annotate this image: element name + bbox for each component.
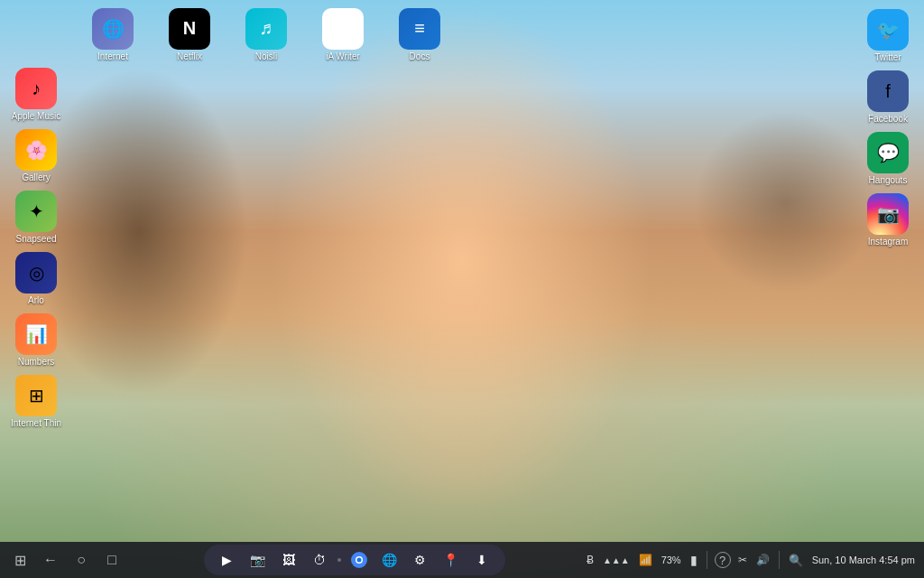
gallery-icon: 🌸 [25,139,48,161]
docs-label: Docs [410,51,430,62]
snapseed-label: Snapseed [15,234,56,245]
timer-btn[interactable]: ⏱ [307,547,332,573]
hangouts-icon: 💬 [877,142,900,163]
netflix-icon: N [183,18,196,39]
twitter-icon: 🐦 [877,19,900,41]
signal-icon[interactable]: 📶 [637,554,654,566]
taskbar-app-dock: ▶📷🖼⏱🌐⚙📍⬇ [204,545,505,575]
right-sidebar: 🐦TwitterfFacebook💬Hangouts📷Instagram [852,0,924,542]
datetime-text: Sun, 10 March 4:54 pm [810,555,917,565]
facebook-icon: f [885,81,891,102]
netflix-label: Netflix [177,51,202,62]
ia-writer-label: iA Writer [326,51,360,62]
apple-music-icon: ♪ [32,79,41,99]
instagram-icon: 📷 [877,203,900,225]
numbers-label: Numbers [18,357,55,368]
chrome-btn[interactable] [346,547,372,573]
taskbar-right: Ƀ▲▲▲📶73%▮?✂🔊🔍Sun, 10 March 4:54 pm [585,551,917,569]
taskbar-back[interactable]: ← [38,547,63,573]
app-icon-gallery[interactable]: 🌸Gallery [5,129,68,183]
app-icon-hangouts[interactable]: 💬Hangouts [856,132,919,186]
noisli-label: Noisli [255,51,277,62]
play-btn[interactable]: ▶ [215,547,240,573]
apple-music-label: Apple Music [12,111,60,122]
left-sidebar: ♪Apple Music🌸Gallery✦Snapseed◎Arlo📊Numbe… [0,0,72,542]
screenshot2-icon[interactable]: ✂ [736,554,749,566]
internet-label: Internet [97,51,128,62]
docs-icon: ≡ [414,18,425,39]
screenshot-btn[interactable]: 🖼 [276,547,301,573]
app-icon-instagram[interactable]: 📷Instagram [856,193,919,247]
top-app-row: 🌐InternetNNetflix♬NoisliiAiA Writer≡Docs [72,0,924,68]
app-icon-twitter[interactable]: 🐦Twitter [856,9,919,63]
app-icon-noisli[interactable]: ♬Noisli [235,8,298,62]
gallery-label: Gallery [22,172,51,183]
taskbar-recent[interactable]: □ [99,547,125,573]
svg-point-2 [356,558,361,563]
taskbar-center: ▶📷🖼⏱🌐⚙📍⬇ [125,545,585,575]
app-icon-arlo[interactable]: ◎Arlo [5,252,68,306]
browser-btn[interactable]: 🌐 [377,547,402,573]
app-icon-netflix[interactable]: NNetflix [158,8,221,62]
instagram-label: Instagram [868,237,908,247]
internet-folder-icon: ⊞ [29,385,44,406]
app-icon-docs[interactable]: ≡Docs [388,8,451,62]
wifi-icon[interactable]: ▲▲▲ [601,555,632,565]
taskbar: ⊞←○□ ▶📷🖼⏱🌐⚙📍⬇ Ƀ▲▲▲📶73%▮?✂🔊🔍Sun, 10 March… [0,542,924,578]
app-icon-snapseed[interactable]: ✦Snapseed [5,191,68,245]
taskbar-separator [707,551,707,569]
taskbar-left: ⊞←○□ [7,547,125,573]
app-icon-internet[interactable]: 🌐Internet [81,8,144,62]
taskbar-home[interactable]: ○ [69,547,94,573]
app-icon-internet-folder[interactable]: ⊞Internet Thin [5,375,68,429]
app-icon-ia-writer[interactable]: iAiA Writer [311,8,374,62]
taskbar-divider [337,558,341,562]
help-icon[interactable]: ? [715,552,731,568]
numbers-icon: 📊 [25,323,48,345]
ia-writer-icon: iA [334,18,352,39]
background-photo [0,0,924,578]
snapseed-icon: ✦ [29,200,44,222]
twitter-label: Twitter [874,52,901,63]
arlo-icon: ◎ [29,262,44,284]
search-icon[interactable]: 🔍 [787,554,805,567]
internet-folder-label: Internet Thin [11,418,61,429]
app-icon-apple-music[interactable]: ♪Apple Music [5,68,68,122]
battery-icon[interactable]: ▮ [688,553,699,567]
settings-btn[interactable]: ⚙ [408,547,433,573]
download-btn[interactable]: ⬇ [469,547,494,573]
internet-icon: 🌐 [102,18,125,40]
taskbar-separator [779,551,780,569]
app-icon-facebook[interactable]: fFacebook [856,70,919,125]
taskbar-grid-menu[interactable]: ⊞ [7,547,32,573]
arlo-label: Arlo [28,295,44,306]
facebook-label: Facebook [868,114,908,125]
hangouts-label: Hangouts [869,175,908,186]
app-icon-numbers[interactable]: 📊Numbers [5,313,68,368]
maps-btn[interactable]: 📍 [439,547,464,573]
bluetooth-icon[interactable]: Ƀ [585,554,596,566]
camera-btn[interactable]: 📷 [245,547,271,573]
battery-pct-text[interactable]: 73% [660,555,683,565]
volume-icon[interactable]: 🔊 [754,554,772,566]
noisli-icon: ♬ [260,18,273,39]
